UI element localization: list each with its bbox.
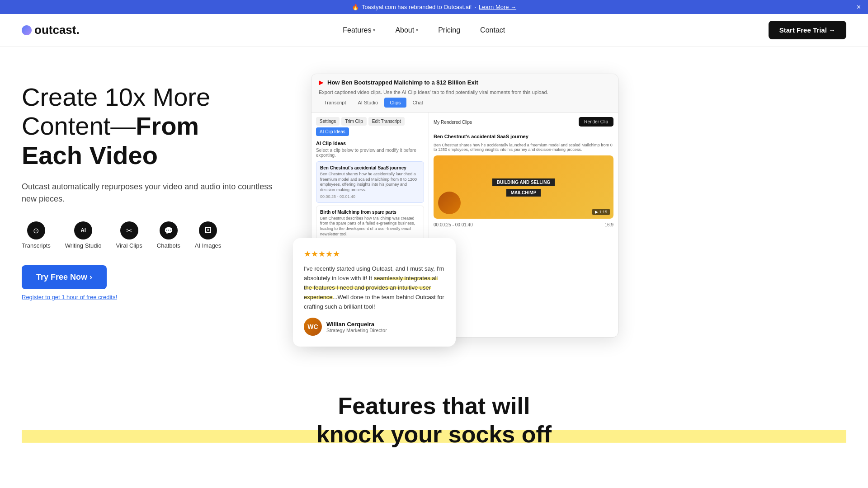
clip-ideas-subheading: Select a clip below to preview and modif… — [316, 148, 424, 158]
app-main-clip-title: Ben Chestnut's accidental SaaS journey — [434, 134, 613, 139]
app-header: ▶ How Ben Bootstrapped Mailchimp to a $1… — [311, 74, 618, 113]
hero-section: Create 10x More Content—From Each Video … — [0, 47, 868, 356]
hero-left: Create 10x More Content—From Each Video … — [22, 74, 284, 300]
video-play-time: ▶ 1:15 — [592, 209, 610, 215]
clip-item-0[interactable]: Ben Chestnut's accidental SaaS journey B… — [316, 161, 424, 203]
hero-right: ▶ How Ben Bootstrapped Mailchimp to a $1… — [311, 74, 846, 338]
app-main-clip-desc: Ben Chestnut shares how he accidentally … — [434, 143, 613, 152]
edit-transcript-button[interactable]: Edit Transcript — [368, 117, 405, 126]
ai-images-icon: 🖼 — [199, 221, 217, 239]
app-video-subtitle: Export captioned video clips. Use the AI… — [319, 89, 611, 95]
chatbots-icon: 💬 — [160, 221, 178, 239]
announcement-separator: · — [474, 4, 476, 10]
announcement-close-button[interactable]: × — [857, 3, 861, 11]
announcement-bar: 🔥 Toastyal.com has rebranded to Outcast.… — [0, 0, 868, 14]
app-tab-transcript[interactable]: Transcript — [319, 98, 352, 108]
testimonial-text: I've recently started using Outcast, and… — [304, 264, 445, 311]
author-name: Willian Cerqueira — [326, 321, 387, 328]
features-icons-row: ⊙ Transcripts AI Writing Studio ✂ Viral … — [22, 221, 284, 249]
chevron-down-icon: ▾ — [373, 28, 375, 33]
author-avatar: WC — [304, 318, 322, 336]
logo-icon — [22, 25, 32, 35]
announcement-text: Toastyal.com has rebranded to Outcast.ai… — [362, 4, 472, 10]
logo[interactable]: outcast. — [22, 23, 80, 37]
feature-transcripts: ⊙ Transcripts — [22, 221, 51, 249]
logo-text: outcast. — [34, 23, 80, 37]
testimonial-card: ★★★★★ I've recently started using Outcas… — [293, 238, 456, 347]
feature-viral-clips: ✂ Viral Clips — [116, 221, 142, 249]
video-label1: BUILDING AND SELLING — [492, 178, 555, 186]
nav-links: Features ▾ About ▾ Pricing Contact — [335, 23, 513, 38]
announcement-emoji: 🔥 — [352, 4, 359, 10]
navigation: outcast. Features ▾ About ▾ Pricing Cont… — [0, 14, 868, 47]
settings-button[interactable]: Settings — [316, 117, 340, 126]
video-thumbnail: BUILDING AND SELLING MAILCHIMP ▶ 1:15 — [434, 155, 613, 219]
ai-clip-ideas-button[interactable]: AI Clip Ideas — [316, 127, 349, 136]
app-tab-ai-studio[interactable]: AI Studio — [353, 98, 384, 108]
app-main: My Rendered Clips Render Clip Ben Chestn… — [429, 113, 618, 337]
video-meta: 00:00:25 - 00:01:40 16:9 — [434, 222, 613, 227]
chevron-down-icon: ▾ — [416, 28, 418, 33]
hero-title: Create 10x More Content—From Each Video — [22, 83, 284, 170]
author-role: Strategy Marketing Director — [326, 328, 387, 333]
features-heading-line2: knock your socks off — [22, 420, 846, 448]
video-ratio: 16:9 — [605, 222, 613, 227]
try-free-button[interactable]: Try Free Now › — [22, 265, 107, 289]
trim-clip-button[interactable]: Trim Clip — [341, 117, 367, 126]
start-trial-button[interactable]: Start Free Trial → — [769, 21, 846, 39]
app-tab-chat[interactable]: Chat — [407, 98, 429, 108]
features-section: Features that will knock your socks off — [0, 356, 868, 466]
my-rendered-clips-label: My Rendered Clips — [434, 120, 472, 125]
nav-item-contact[interactable]: Contact — [472, 23, 513, 38]
nav-item-features[interactable]: Features ▾ — [335, 23, 383, 38]
app-video-title: How Ben Bootstrapped Mailchimp to a $12 … — [327, 79, 478, 86]
hero-subtitle: Outcast automatically repurposes your vi… — [22, 181, 284, 205]
transcripts-icon: ⊙ — [27, 221, 45, 239]
video-label2: MAILCHIMP — [506, 189, 541, 197]
testimonial-author: WC Willian Cerqueira Strategy Marketing … — [304, 318, 445, 336]
youtube-icon: ▶ — [319, 79, 324, 86]
render-clip-button[interactable]: Render Clip — [579, 117, 613, 127]
viral-clips-icon: ✂ — [120, 221, 138, 239]
app-toolbar: Settings Trim Clip Edit Transcript AI Cl… — [316, 117, 424, 136]
nav-item-about[interactable]: About ▾ — [387, 23, 426, 38]
feature-writing-studio: AI Writing Studio — [65, 221, 102, 249]
video-time-range: 00:00:25 - 00:01:40 — [434, 222, 473, 227]
feature-chatbots: 💬 Chatbots — [157, 221, 180, 249]
register-note: Register to get 1 hour of free credits! — [22, 294, 284, 300]
features-heading-line1: Features that will — [22, 392, 846, 420]
testimonial-stars: ★★★★★ — [304, 249, 445, 259]
clip-ideas-heading: AI Clip Ideas — [316, 141, 424, 146]
nav-item-pricing[interactable]: Pricing — [430, 23, 468, 38]
app-tab-clips[interactable]: Clips — [384, 98, 406, 108]
author-info: Willian Cerqueira Strategy Marketing Dir… — [326, 321, 387, 333]
announcement-link[interactable]: Learn More → — [479, 4, 516, 10]
writing-studio-icon: AI — [74, 221, 92, 239]
feature-ai-images: 🖼 AI Images — [195, 221, 222, 249]
app-tabs: Transcript AI Studio Clips Chat — [319, 98, 611, 108]
features-heading: Features that will knock your socks off — [22, 392, 846, 448]
